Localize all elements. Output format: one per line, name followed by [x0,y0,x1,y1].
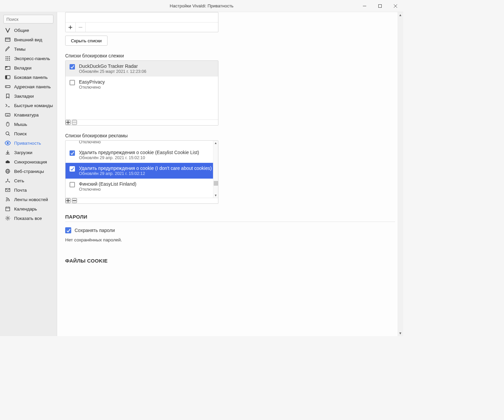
sidebar-item-label: Веб-страницы [14,169,44,174]
sidebar-item-label: Адресная панель [14,84,51,89]
sidebar-item-label: Синхронизация [14,159,47,165]
close-button[interactable] [388,0,403,12]
tracker-lists: DuckDuckGo Tracker RadarОбновлён 25 март… [65,60,218,126]
add-source-button[interactable] [66,22,76,32]
list-item-sub: Обновлён 29 апр. 2021 г. 15:02:10 [79,155,214,160]
sidebar-item-mail[interactable]: Почта [0,185,57,195]
svg-point-29 [6,132,9,135]
sidebar-item-mouse[interactable]: Мышь [0,120,57,129]
sidebar-item-label: Темы [14,47,26,52]
keyboard-icon [5,112,11,118]
svg-rect-1 [379,5,382,8]
save-passwords-row[interactable]: Сохранять пароли [65,227,395,233]
sidebar-item-label: Экспресс-панель [14,56,50,61]
list-item[interactable]: Удалить предупреждения о cookie (I don't… [66,163,218,179]
list-item-name: Французский (Liste FR) [79,197,214,198]
list-item-sub: Обновлён 29 апр. 2021 г. 15:02:12 [79,171,214,176]
checkbox-icon[interactable] [70,166,75,172]
scroll-thumb[interactable] [214,181,218,186]
maximize-button[interactable] [372,0,388,12]
list-item[interactable]: Отключено [66,141,218,147]
add-tracker-list-button[interactable] [66,120,71,125]
sidebar-item-feeds[interactable]: Ленты новостей [0,195,57,204]
list-item-name: Удалить предупреждения о cookie (Easylis… [79,150,214,155]
titlebar: Настройки Vivaldi: Приватность [0,0,403,12]
list-item[interactable]: Финский (EasyList Finland)Отключено [66,179,218,194]
divider [65,222,395,222]
sidebar-item-appearance[interactable]: Внешний вид [0,35,57,44]
checkbox-icon[interactable] [70,150,75,156]
eye-icon [5,140,11,146]
minimize-button[interactable] [357,0,372,12]
sidebar-item-network[interactable]: Сеть [0,176,57,185]
sidebar-item-addressbar[interactable]: Адресная панель [0,82,57,91]
sidebar-item-label: Ленты новостей [14,197,48,202]
sidebar-item-label: Закладки [14,94,34,99]
no-passwords-msg: Нет сохранённых паролей. [65,237,395,242]
sidebar-item-label: Почта [14,188,27,193]
window-controls [357,0,403,12]
svg-point-14 [9,60,10,61]
remove-tracker-list-button[interactable] [72,120,77,125]
list-item[interactable]: Удалить предупреждения о cookie (Easylis… [66,147,218,163]
remove-source-button[interactable] [76,22,86,32]
svg-rect-16 [5,66,7,67]
sidebar-item-speeddial[interactable]: Экспресс-панель [0,54,57,63]
globe-icon [5,168,11,174]
sidebar-item-label: Приватность [14,141,41,146]
bookmark-icon [5,93,11,99]
sidebar-item-quickcommands[interactable]: Быстрые команды [0,101,57,110]
window-icon [5,37,11,43]
list-item-sub: Отключено [79,141,214,144]
list-item[interactable]: EasyPrivacyОтключено [66,77,218,92]
gear-icon [5,215,11,221]
svg-point-39 [6,200,7,201]
svg-point-44 [7,218,9,219]
sidebar: Общие Внешний вид Темы Экспресс-панель В… [0,12,57,336]
svg-point-13 [7,60,8,61]
sidebar-item-themes[interactable]: Темы [0,44,57,54]
sidebar-item-search[interactable]: Поиск [0,129,57,138]
command-icon [5,102,11,108]
sidebar-item-general[interactable]: Общие [0,26,57,35]
sidebar-item-privacy[interactable]: Приватность [0,138,57,148]
list-item[interactable]: DuckDuckGo Tracker RadarОбновлён 25 март… [66,61,218,77]
sidebar-item-sync[interactable]: Синхронизация [0,157,57,167]
sidebar-item-tabs[interactable]: Вкладки [0,63,57,73]
scroll-down-icon[interactable]: ▼ [214,193,218,198]
checkbox-icon[interactable] [70,80,75,85]
search-input[interactable] [3,15,53,24]
checkbox-icon[interactable] [65,227,71,233]
sidebar-item-calendar[interactable]: Календарь [0,204,57,214]
scroll-up-icon[interactable]: ▲ [397,12,403,18]
sidebar-item-webpages[interactable]: Веб-страницы [0,167,57,176]
sidebar-item-keyboard[interactable]: Клавиатура [0,110,57,120]
sidebar-item-panel[interactable]: Боковая панель [0,73,57,82]
ad-lists-scrollbar[interactable]: ▲ ▼ [213,141,218,198]
sidebar-item-label: Общие [14,28,29,33]
sidebar-item-showall[interactable]: Показать все [0,214,57,223]
main-scrollbar[interactable]: ▲ ▼ [397,12,403,336]
sidebar-item-bookmarks[interactable]: Закладки [0,91,57,101]
svg-rect-21 [5,113,10,116]
ad-lists: Отключено Удалить предупреждения о cooki… [65,140,218,204]
list-item-sub: Отключено [79,187,214,192]
svg-point-12 [6,60,7,61]
list-item[interactable]: Французский (Liste FR) [66,194,218,198]
sidebar-item-label: Клавиатура [14,112,39,118]
custom-sources-listbox [65,12,218,32]
mouse-icon [5,121,11,127]
add-ad-list-button[interactable] [66,198,71,203]
scroll-up-icon[interactable]: ▲ [214,141,218,145]
svg-point-31 [7,142,9,144]
brush-icon [5,46,11,52]
sidebar-item-downloads[interactable]: Загрузки [0,148,57,157]
cookies-title: ФАЙЛЫ COOKIE [65,258,395,264]
checkbox-icon[interactable] [70,182,75,187]
grid-icon [5,55,11,61]
scroll-down-icon[interactable]: ▼ [397,330,403,336]
remove-ad-list-button[interactable] [72,198,77,203]
checkbox-icon[interactable] [70,64,75,69]
sidebar-item-label: Календарь [14,206,37,212]
hide-lists-button[interactable]: Скрыть списки [65,36,108,46]
